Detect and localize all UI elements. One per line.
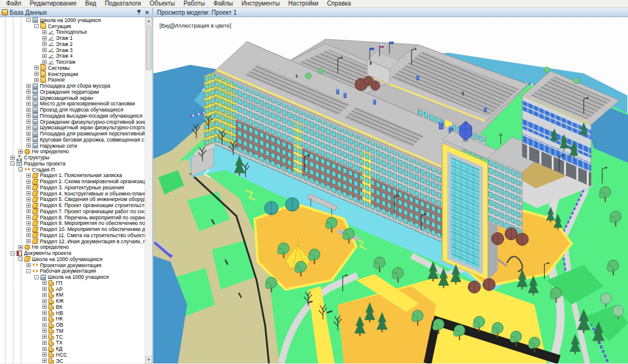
tree-item[interactable]: + Раздел 9. Мероприятия по обеспечению п… [0,221,145,227]
tree-expander[interactable]: + [26,84,31,88]
tree-item[interactable]: + Наружные сети [0,143,145,149]
tree-expander[interactable]: + [42,293,47,297]
tree-expander[interactable]: + [26,173,31,178]
tree-expander[interactable]: + [26,197,31,202]
tree-item[interactable]: + Не определено [0,245,145,251]
tree-expander[interactable]: + [42,352,47,357]
tree-item[interactable]: + АР [0,286,145,292]
tree-expander[interactable]: + [26,143,31,148]
scroll-up-button[interactable]: ▲ [145,17,152,25]
tree-item[interactable]: + ТХ [0,340,145,346]
tree-item[interactable]: - Школа на 1000 учащихся [0,17,145,23]
close-icon[interactable]: × [145,9,149,15]
tree-expander[interactable]: + [26,96,31,100]
tree-expander[interactable]: + [34,78,39,82]
tree-expander[interactable]: - [34,24,39,28]
tree-item[interactable]: + Круговая беговая дорожка, совмещенная … [0,137,145,143]
tree-item[interactable]: - Разделы проекта [0,161,145,167]
tree-expander[interactable]: + [26,132,31,136]
menu-item[interactable]: Объекты [145,0,179,7]
tree-expander[interactable]: + [26,119,31,124]
tree-expander[interactable]: + [26,263,31,267]
menu-item[interactable]: Вид [81,0,101,7]
tree-item[interactable]: - Школа на 1000 учащихся [0,274,145,280]
tree-item[interactable]: + Раздел 6. Проект организации строитель… [0,202,145,208]
tree-expander[interactable]: + [26,102,31,106]
scroll-thumb[interactable] [146,26,151,70]
tree-expander[interactable]: + [26,185,31,189]
tree-expander[interactable]: - [34,275,39,279]
tree-expander[interactable]: + [26,221,31,226]
tree-item[interactable]: - Документы проекта [0,250,145,256]
tree-item[interactable]: + Раздел 12. Иная документация в случаях… [0,238,145,245]
menu-item[interactable]: Редактирование [26,0,81,7]
tree-item[interactable]: + ТМ [0,328,145,334]
tree-expander[interactable]: + [26,233,31,237]
tree-item[interactable]: - Школа на 1000 обучающихся [0,256,145,262]
tree-expander[interactable]: + [42,48,47,52]
menu-item[interactable]: Файл [2,0,26,7]
tree-expander[interactable]: + [26,113,31,118]
menu-item[interactable]: Инструменты [237,0,284,7]
tree-item[interactable]: + Не определено [0,149,145,155]
tree-item[interactable]: + Проезд для подвоза обучающихся [0,107,145,113]
tree-item[interactable]: + КД [0,346,145,352]
scroll-down-button[interactable]: ▼ [145,356,152,363]
tree-expander[interactable]: + [42,54,47,58]
tree-expander[interactable]: + [42,341,47,345]
pin-icon[interactable] [136,9,142,15]
tree-item[interactable]: + Техподполье [0,29,145,36]
tree-expander[interactable]: + [42,299,47,303]
menu-item[interactable]: Справка [323,0,355,7]
tree-item[interactable]: + Раздел 2. Схема планировочной организа… [0,178,145,184]
menu-item[interactable]: Файлы [209,0,237,7]
tree-item[interactable]: - Ситуация [0,23,145,29]
tree-expander[interactable]: - [26,18,31,22]
tree-expander[interactable]: + [42,281,47,285]
tree-expander[interactable]: + [42,358,47,363]
tree-item[interactable]: - Стадия П [0,167,145,173]
tree-item[interactable]: + Разное [0,77,145,83]
tree-item[interactable]: + ТС [0,334,145,340]
tree-expander[interactable]: + [26,126,31,130]
tree-item[interactable]: + ЭС [0,358,145,363]
tree-expander[interactable]: + [26,209,31,213]
tree-item[interactable]: + Этаж 1 [0,35,145,41]
tree-item[interactable]: + Структуры [0,154,145,161]
tree-item[interactable]: + Этаж 2 [0,41,145,47]
tree-expander[interactable]: + [42,323,47,327]
tree-expander[interactable]: + [42,335,47,339]
tree-item[interactable]: + НВ [0,310,145,316]
tree-item[interactable]: + ОВ [0,322,145,328]
tree-expander[interactable]: + [42,287,47,291]
tree-expander[interactable]: + [42,42,47,46]
tree-expander[interactable]: + [26,89,31,94]
tree-expander[interactable]: + [26,215,31,219]
tree-item[interactable]: + Шумозащитный экран физкультурно-спорти… [0,125,145,131]
tree-item[interactable]: + Проектная документация [0,262,145,268]
tree-item[interactable]: + Раздел 4. Конструктивные и объемно-пла… [0,191,145,197]
tree-item[interactable]: + КМ [0,292,145,298]
tree-item[interactable]: + Раздел 11. Смета на строительство объе… [0,232,145,238]
tree-expander[interactable]: + [42,36,47,40]
tree-item[interactable]: + Раздел 3. Архитектурные решения [0,184,145,191]
tree-expander[interactable]: + [42,30,47,34]
tree-expander[interactable]: + [42,347,47,351]
tree-expander[interactable]: - [26,269,31,273]
tree-expander[interactable]: + [34,72,39,76]
tree-item[interactable]: + Ограждения территории [0,89,145,95]
tree-item[interactable]: + Ограждение физкультурно-спортивной зон… [0,119,145,125]
tree-item[interactable]: + Шумозащитный экран [0,95,145,101]
3d-viewport[interactable]: [Вид][Иллюстрация в цвете] [153,17,628,363]
tree-item[interactable]: + Раздел 1. Пояснительная записка [0,173,145,179]
tree-expander[interactable]: + [26,108,31,112]
tree-expander[interactable]: + [42,328,47,333]
menu-item[interactable]: Работы [179,0,209,7]
tree-item[interactable]: + ВК [0,304,145,310]
tree-expander[interactable]: + [42,305,47,309]
tree-item[interactable]: + Этаж 4 [0,53,145,59]
tree-item[interactable]: + Этаж 3 [0,47,145,53]
tree-expander[interactable]: + [26,239,31,243]
tree-scrollbar[interactable]: ▲ ▼ [145,17,152,363]
tree-item[interactable]: + Раздел 10. Мероприятия по обеспечению … [0,226,145,232]
